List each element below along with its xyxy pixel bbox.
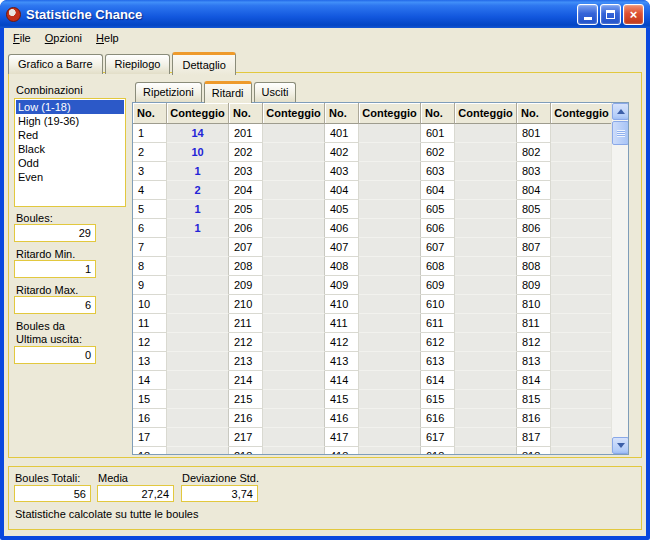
vertical-scrollbar[interactable]: [611, 103, 628, 454]
cell-no: 212: [229, 333, 263, 352]
cell-no: 406: [325, 219, 359, 238]
tab-dettaglio[interactable]: Dettaglio: [172, 52, 235, 75]
cell-conteggio: [455, 352, 517, 371]
deviazione-std-label: Deviazione Std.: [182, 472, 259, 484]
media-field[interactable]: 27,24: [97, 485, 174, 502]
cell-no: 802: [517, 143, 551, 162]
cell-conteggio: [551, 447, 611, 454]
cell-no: 9: [133, 276, 167, 295]
cell-no: 17: [133, 428, 167, 447]
deviazione-std-field[interactable]: 3,74: [181, 485, 258, 502]
cell-no: 412: [325, 333, 359, 352]
listbox-item[interactable]: High (19-36): [16, 114, 124, 128]
cell-no: 211: [229, 314, 263, 333]
cell-no: 207: [229, 238, 263, 257]
cell-no: 405: [325, 200, 359, 219]
menu-item-help[interactable]: Help: [89, 30, 126, 46]
listbox-item[interactable]: Red: [16, 128, 124, 142]
tab-grafico-a-barre[interactable]: Grafico a Barre: [8, 54, 103, 74]
cell-no: 604: [421, 181, 455, 200]
table-row[interactable]: 10210410610810: [133, 295, 611, 314]
scroll-up-button[interactable]: [612, 103, 629, 120]
cell-conteggio: [167, 333, 229, 352]
listbox-item[interactable]: Even: [16, 170, 124, 184]
cell-conteggio: [167, 390, 229, 409]
column-header-no: No.: [421, 103, 455, 124]
table-row[interactable]: 51205405605805: [133, 200, 611, 219]
boules-totali-label: Boules Totali:: [15, 472, 80, 484]
cell-conteggio: [551, 238, 611, 257]
boules-ultima-field[interactable]: 0: [14, 346, 96, 364]
cell-conteggio: [263, 333, 325, 352]
tab-ritardi[interactable]: Ritardi: [204, 81, 252, 103]
close-icon: ×: [630, 8, 638, 21]
table-row[interactable]: 13213413613813: [133, 352, 611, 371]
tab-ripetizioni[interactable]: Ripetizioni: [135, 82, 202, 102]
cell-conteggio: [167, 295, 229, 314]
cell-conteggio: [263, 409, 325, 428]
cell-no: 608: [421, 257, 455, 276]
cell-conteggio: [167, 257, 229, 276]
cell-no: 818: [517, 447, 551, 454]
menu-item-file[interactable]: File: [6, 30, 38, 46]
chevron-up-icon: [617, 109, 625, 114]
cell-conteggio: [263, 390, 325, 409]
table-row[interactable]: 15215415615815: [133, 390, 611, 409]
combinations-listbox[interactable]: Low (1-18)High (19-36)RedBlackOddEven: [14, 98, 126, 207]
roulette-icon: [6, 7, 21, 22]
scrollbar-thumb[interactable]: [612, 121, 629, 145]
minimize-button[interactable]: [577, 4, 598, 25]
cell-no: 205: [229, 200, 263, 219]
table-row[interactable]: 17217417617817: [133, 428, 611, 447]
cell-conteggio: [167, 409, 229, 428]
cell-conteggio: [455, 314, 517, 333]
status-text: Statistiche calcolate su tutte le boules: [15, 508, 198, 520]
cell-no: 814: [517, 371, 551, 390]
cell-no: 805: [517, 200, 551, 219]
listbox-item[interactable]: Black: [16, 142, 124, 156]
boules-field[interactable]: 29: [14, 224, 96, 242]
tab-riepilogo[interactable]: Riepilogo: [105, 54, 171, 74]
cell-conteggio: [263, 219, 325, 238]
cell-conteggio: [455, 257, 517, 276]
table-row[interactable]: 16216416616816: [133, 409, 611, 428]
maximize-button[interactable]: [600, 4, 621, 25]
listbox-item[interactable]: Odd: [16, 156, 124, 170]
close-button[interactable]: ×: [623, 4, 644, 25]
ritardo-max-field[interactable]: 6: [14, 296, 96, 314]
cell-conteggio: [167, 276, 229, 295]
window-titlebar[interactable]: Statistiche Chance ×: [0, 0, 650, 28]
cell-conteggio: [359, 409, 421, 428]
cell-no: 612: [421, 333, 455, 352]
table-row[interactable]: 9209409609809: [133, 276, 611, 295]
cell-no: 615: [421, 390, 455, 409]
cell-no: 613: [421, 352, 455, 371]
cell-conteggio: [455, 238, 517, 257]
scroll-down-button[interactable]: [612, 437, 629, 454]
table-row[interactable]: 42204404604804: [133, 181, 611, 200]
cell-no: 813: [517, 352, 551, 371]
table-row[interactable]: 210202402602802: [133, 143, 611, 162]
table-row[interactable]: 61206406606806: [133, 219, 611, 238]
boules-totali-field[interactable]: 56: [14, 485, 91, 502]
cell-no: 2: [133, 143, 167, 162]
cell-conteggio: [551, 162, 611, 181]
listbox-item[interactable]: Low (1-18): [16, 100, 124, 114]
cell-conteggio: [359, 124, 421, 143]
ritardo-min-field[interactable]: 1: [14, 260, 96, 278]
tab-usciti[interactable]: Usciti: [254, 82, 297, 102]
table-row[interactable]: 14214414614814: [133, 371, 611, 390]
table-row[interactable]: 18218418618818: [133, 447, 611, 454]
cell-no: 12: [133, 333, 167, 352]
table-row[interactable]: 114201401601801: [133, 124, 611, 143]
cell-no: 811: [517, 314, 551, 333]
table-row[interactable]: 8208408608808: [133, 257, 611, 276]
table-row[interactable]: 31203403603803: [133, 162, 611, 181]
inner-tab-bar: RipetizioniRitardiUsciti: [135, 80, 298, 102]
cell-conteggio: [359, 181, 421, 200]
table-row[interactable]: 12212412612812: [133, 333, 611, 352]
table-row[interactable]: 7207407607807: [133, 238, 611, 257]
menu-item-opzioni[interactable]: Opzioni: [38, 30, 89, 46]
table-row[interactable]: 11211411611811: [133, 314, 611, 333]
cell-no: 1: [133, 124, 167, 143]
